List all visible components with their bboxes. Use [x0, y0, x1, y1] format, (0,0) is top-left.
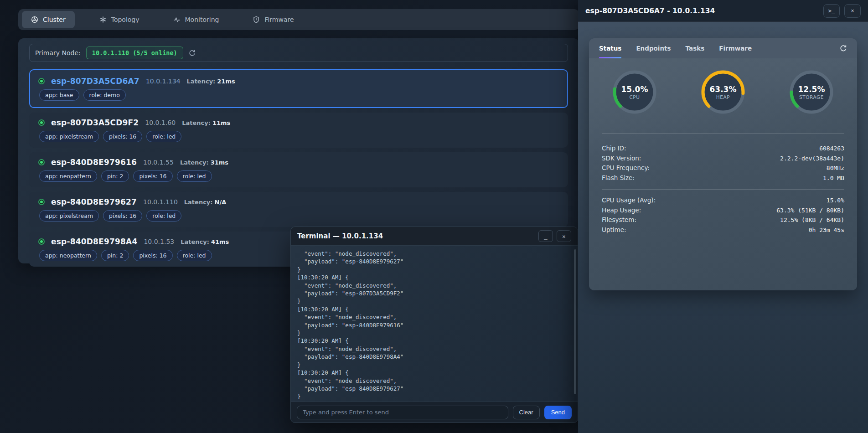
close-icon: ×	[851, 8, 854, 14]
detail-row-filesystem: Filesystem: 12.5% (8KB / 64KB)	[602, 215, 844, 225]
nav-tab-label: Monitoring	[185, 16, 219, 23]
node-tag: pin: 2	[101, 170, 129, 182]
gauge-label: STORAGE	[799, 94, 824, 100]
primary-node-label: Primary Node:	[35, 49, 81, 57]
monitoring-icon	[173, 16, 181, 23]
terminal-clear-button[interactable]: Clear	[513, 406, 540, 419]
online-status-icon	[38, 78, 45, 84]
top-navigation: Cluster Topology Monitoring Firmware	[18, 9, 579, 30]
node-status-card: Status Endpoints Tasks Firmware 15.0% CP…	[589, 38, 857, 290]
nav-tab-monitoring[interactable]: Monitoring	[164, 11, 228, 28]
node-ip: 10.0.1.134	[146, 77, 181, 85]
drawer-tabbar: Status Endpoints Tasks Firmware	[589, 38, 857, 58]
gauge-value: 15.0%	[621, 85, 648, 94]
terminal-title: Terminal — 10.0.1.134	[297, 232, 383, 240]
detail-row-uptime: Uptime: 0h 23m 45s	[602, 225, 844, 235]
detail-row-cpu-frequency: CPU Frequency: 80MHz	[602, 163, 844, 173]
nav-tab-label: Firmware	[264, 16, 294, 23]
drawer-refresh-button[interactable]	[840, 45, 847, 52]
node-row[interactable]: esp-840D8E979627 10.0.1.110 Latency:N/A …	[29, 192, 568, 227]
terminal-input[interactable]	[297, 406, 508, 419]
nav-tab-firmware[interactable]: Firmware	[243, 11, 303, 28]
node-tag: app: pixelstream	[39, 210, 99, 222]
divider	[602, 133, 844, 134]
cpu-gauge: 15.0% CPU	[613, 70, 656, 114]
node-tag: role: led	[177, 250, 212, 261]
node-name: esp-807D3A5CD9F2	[51, 118, 139, 127]
primary-node-bar: Primary Node: 10.0.1.110 (5/5 online)	[29, 44, 568, 62]
node-ip: 10.0.1.53	[144, 238, 174, 245]
online-status-icon	[38, 199, 45, 205]
firmware-icon	[253, 16, 260, 23]
terminal-minimize-button[interactable]: _	[538, 230, 553, 242]
node-latency: Latency:21ms	[187, 78, 235, 85]
online-status-icon	[38, 238, 45, 245]
primary-refresh-button[interactable]	[189, 50, 196, 57]
divider	[602, 189, 844, 190]
node-detail-drawer: esp-807D3A5CD6A7 - 10.0.1.134 >_ × Statu…	[578, 0, 868, 433]
terminal-input-row: Clear Send	[291, 402, 578, 423]
heap-gauge: 63.3% HEAP	[701, 70, 745, 114]
node-tag: role: led	[177, 170, 212, 182]
open-terminal-button[interactable]: >_	[823, 4, 840, 18]
node-tag: role: led	[146, 210, 181, 222]
node-latency: Latency:31ms	[180, 159, 228, 166]
gauge-value: 63.3%	[710, 85, 737, 94]
node-latency: Latency:N/A	[184, 199, 226, 206]
terminal-scrollbar[interactable]	[574, 249, 576, 394]
terminal-log-area[interactable]: "event": "node_discovered", "payload": "…	[291, 246, 578, 402]
drawer-header: esp-807D3A5CD6A7 - 10.0.1.134 >_ ×	[578, 0, 868, 22]
node-tag: pixels: 16	[103, 210, 142, 222]
node-name: esp-807D3A5CD6A7	[51, 77, 140, 86]
node-row[interactable]: esp-807D3A5CD9F2 10.0.1.60 Latency:11ms …	[29, 113, 568, 148]
node-tag: pixels: 16	[133, 170, 172, 182]
close-icon: ×	[562, 233, 566, 240]
online-status-icon	[38, 159, 45, 165]
detail-row-flash-size: Flash Size: 1.0 MB	[602, 173, 844, 183]
detail-row-heap-usage: Heap Usage: 63.3% (51KB / 80KB)	[602, 206, 844, 216]
node-name: esp-840D8E979627	[51, 197, 137, 206]
refresh-icon	[840, 45, 847, 52]
node-tags: app: baserole: demo	[39, 89, 559, 101]
node-latency: Latency:11ms	[182, 119, 230, 126]
terminal-titlebar: Terminal — 10.0.1.134 _ ×	[291, 227, 578, 246]
gauge-label: HEAP	[716, 94, 730, 100]
node-tag: pixels: 16	[103, 131, 142, 142]
status-tab-content: 15.0% CPU 63.3% HEAP	[589, 58, 857, 290]
terminal-send-button[interactable]: Send	[544, 406, 572, 419]
terminal-icon: >_	[828, 8, 835, 14]
node-tag: app: base	[39, 89, 79, 101]
node-row[interactable]: esp-840D8E979616 10.0.1.55 Latency:31ms …	[29, 152, 568, 187]
node-tag: pixels: 16	[133, 250, 172, 261]
tab-status[interactable]: Status	[599, 38, 621, 58]
tab-endpoints[interactable]: Endpoints	[636, 38, 671, 58]
nav-tab-cluster[interactable]: Cluster	[22, 11, 75, 28]
node-ip: 10.0.1.60	[145, 119, 176, 126]
terminal-close-button[interactable]: ×	[557, 230, 571, 242]
cluster-icon	[31, 16, 38, 23]
drawer-title: esp-807D3A5CD6A7 - 10.0.1.134	[585, 7, 715, 15]
node-ip: 10.0.1.110	[143, 198, 178, 206]
drawer-close-button[interactable]: ×	[844, 4, 861, 18]
gauges-row: 15.0% CPU 63.3% HEAP	[602, 70, 844, 114]
node-tag: app: neopattern	[39, 170, 97, 182]
gauge-label: CPU	[629, 94, 640, 100]
tab-tasks[interactable]: Tasks	[686, 38, 705, 58]
node-tags: app: pixelstreampixels: 16role: led	[39, 210, 559, 222]
node-tag: role: demo	[83, 89, 126, 101]
tab-firmware[interactable]: Firmware	[719, 38, 752, 58]
detail-row-chip-id: Chip ID: 6084263	[602, 144, 844, 154]
terminal-log: "event": "node_discovered", "payload": "…	[297, 250, 571, 401]
topology-icon	[99, 16, 107, 23]
node-tag: pin: 2	[101, 250, 129, 261]
node-tags: app: neopatternpin: 2pixels: 16role: led	[39, 170, 559, 182]
detail-row-cpu-usage: CPU Usage (Avg): 15.0%	[602, 196, 844, 206]
refresh-icon	[189, 50, 196, 57]
node-tag: app: pixelstream	[39, 131, 99, 142]
detail-row-sdk-version: SDK Version: 2.2.2-dev(38a443e)	[602, 154, 844, 164]
nav-tab-label: Cluster	[43, 16, 66, 23]
node-row[interactable]: esp-807D3A5CD6A7 10.0.1.134 Latency:21ms…	[29, 69, 568, 108]
storage-gauge: 12.5% STORAGE	[790, 70, 833, 114]
node-name: esp-840D8E9798A4	[51, 237, 137, 246]
nav-tab-topology[interactable]: Topology	[90, 11, 149, 28]
